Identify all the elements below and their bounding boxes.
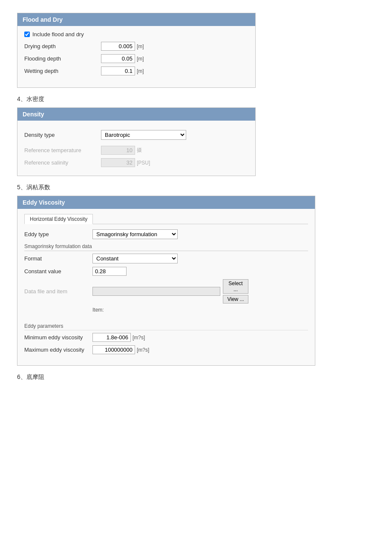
max-eddy-unit: [m?s]: [137, 347, 149, 353]
flooding-depth-label: Flooding depth: [24, 55, 101, 62]
flood-dry-header: Flood and Dry: [17, 13, 255, 26]
flood-dry-body: Include flood and dry Drying depth [m] F…: [17, 26, 255, 87]
data-file-row: Data file and item Select ... View ...: [24, 279, 308, 304]
wetting-depth-label: Wetting depth: [24, 68, 101, 74]
max-eddy-row: Maximum eddy viscosity [m?s]: [24, 345, 308, 354]
min-eddy-input[interactable]: [92, 333, 131, 342]
eddy-type-label: Eddy type: [24, 231, 92, 237]
flooding-depth-unit: [m]: [137, 56, 144, 62]
eddy-type-dropdown[interactable]: Smagorinsky formulation Constant: [92, 229, 178, 239]
eddy-viscosity-panel: Eddy Viscosity Horizontal Eddy Viscosity…: [17, 196, 315, 366]
ref-temp-unit: 摄: [137, 147, 142, 154]
max-eddy-label: Maximum eddy viscosity: [24, 347, 92, 353]
format-dropdown[interactable]: Constant Varying in domain: [92, 254, 178, 263]
constant-value-label: Constant value: [24, 268, 92, 275]
wetting-depth-value: [m]: [101, 66, 144, 75]
select-view-group: Select ... View ...: [223, 279, 248, 304]
density-type-value: Barotropic Stratified: [101, 130, 186, 140]
eddy-params-label: Eddy parameters: [24, 323, 308, 330]
format-row: Format Constant Varying in domain: [24, 254, 308, 263]
min-eddy-row: Minimum eddy viscosity [m?s]: [24, 333, 308, 342]
min-eddy-label: Minimum eddy viscosity: [24, 334, 92, 341]
item-row: Item:: [92, 307, 308, 313]
select-button[interactable]: Select ...: [223, 279, 248, 294]
constant-value-row: Constant value: [24, 267, 308, 276]
drying-depth-label: Drying depth: [24, 43, 101, 49]
density-type-row: Density type Barotropic Stratified: [24, 130, 248, 140]
ref-sal-unit: [PSU]: [137, 160, 150, 166]
include-flood-dry-label: Include flood and dry: [32, 31, 84, 38]
max-eddy-input[interactable]: [92, 345, 135, 354]
drying-depth-input[interactable]: [101, 42, 135, 51]
density-header: Density: [17, 108, 255, 121]
constant-value-input[interactable]: [92, 267, 127, 276]
min-eddy-unit: [m?s]: [133, 335, 145, 341]
section5-label: 5、涡粘系数: [17, 184, 375, 191]
ref-temp-input[interactable]: [101, 146, 135, 155]
flooding-depth-input[interactable]: [101, 54, 135, 63]
data-file-input[interactable]: [92, 287, 220, 296]
eddy-tab-bar: Horizontal Eddy Viscosity: [24, 214, 308, 224]
wetting-depth-unit: [m]: [137, 68, 144, 74]
flooding-depth-row: Flooding depth [m]: [24, 54, 248, 63]
wetting-depth-row: Wetting depth [m]: [24, 66, 248, 75]
drying-depth-row: Drying depth [m]: [24, 42, 248, 51]
smag-section-label: Smagorinsky formulation data: [24, 243, 308, 251]
format-label: Format: [24, 255, 92, 262]
ref-sal-label: Reference salinity: [24, 159, 101, 166]
ref-sal-value: [PSU]: [101, 158, 150, 167]
density-type-label: Density type: [24, 132, 101, 138]
item-label: Item:: [92, 307, 104, 313]
section6-label: 6、底摩阻: [17, 373, 375, 381]
include-flood-dry-checkbox[interactable]: [24, 32, 30, 37]
density-panel: Density Density type Barotropic Stratifi…: [17, 107, 256, 176]
eddy-viscosity-body: Horizontal Eddy Viscosity Eddy type Smag…: [17, 209, 315, 365]
ref-temp-value: 摄: [101, 146, 142, 155]
include-flood-dry-row: Include flood and dry: [24, 31, 248, 38]
ref-sal-row: Reference salinity [PSU]: [24, 158, 248, 167]
flood-dry-panel: Flood and Dry Include flood and dry Dryi…: [17, 13, 256, 88]
view-button[interactable]: View ...: [223, 295, 248, 304]
density-type-dropdown[interactable]: Barotropic Stratified: [101, 130, 186, 140]
ref-temp-row: Reference temperature 摄: [24, 146, 248, 155]
section4-label: 4、水密度: [17, 95, 375, 103]
flooding-depth-value: [m]: [101, 54, 144, 63]
tab-horizontal-eddy-viscosity[interactable]: Horizontal Eddy Viscosity: [24, 214, 93, 224]
wetting-depth-input[interactable]: [101, 66, 135, 75]
ref-temp-label: Reference temperature: [24, 147, 101, 153]
eddy-viscosity-header: Eddy Viscosity: [17, 196, 315, 209]
drying-depth-unit: [m]: [137, 43, 144, 49]
drying-depth-value: [m]: [101, 42, 144, 51]
ref-sal-input[interactable]: [101, 158, 135, 167]
density-body: Density type Barotropic Stratified Refer…: [17, 121, 255, 176]
data-file-label: Data file and item: [24, 288, 92, 295]
eddy-type-row: Eddy type Smagorinsky formulation Consta…: [24, 229, 308, 239]
